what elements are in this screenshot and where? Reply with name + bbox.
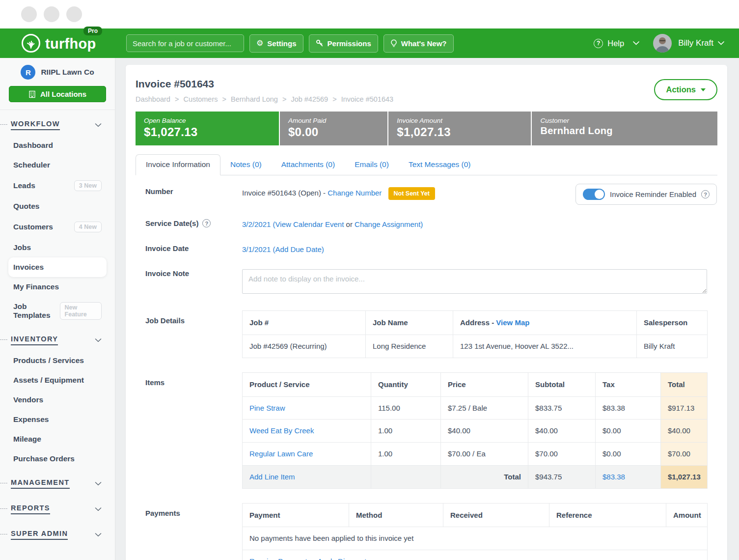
help-menu[interactable]: ? Help bbox=[594, 39, 639, 48]
sidebar-item-invoices[interactable]: Invoices bbox=[8, 257, 107, 277]
item-link[interactable]: Weed Eat By Creek bbox=[249, 426, 314, 435]
actions-button[interactable]: Actions bbox=[654, 79, 717, 100]
all-locations-button[interactable]: All Locations bbox=[9, 86, 106, 102]
item-tax: $83.38 bbox=[596, 396, 661, 420]
permissions-button[interactable]: Permissions bbox=[309, 34, 378, 53]
navbar-right: ? Help Billy Kraft bbox=[594, 34, 739, 53]
breadcrumb-customers[interactable]: Customers bbox=[183, 95, 218, 103]
sidebar-section-inventory[interactable]: INVENTORY bbox=[0, 328, 115, 351]
receive-payment-link[interactable]: Receive Payment bbox=[249, 557, 307, 560]
stat-value: $1,027.13 bbox=[397, 125, 522, 139]
tab-notes[interactable]: Notes (0) bbox=[220, 155, 272, 175]
sidebar-item-quotes[interactable]: Quotes bbox=[0, 196, 115, 216]
sidebar-item-jobs[interactable]: Jobs bbox=[0, 238, 115, 257]
section-label: SUPER ADMIN bbox=[11, 530, 68, 540]
sidebar-section-workflow[interactable]: WORKFLOW bbox=[0, 113, 115, 136]
actions-button-label: Actions bbox=[666, 85, 696, 94]
item-price: $40.00 bbox=[441, 420, 528, 443]
reminder-help-icon[interactable]: ? bbox=[701, 190, 710, 198]
items-total-subtotal: $943.75 bbox=[528, 465, 596, 488]
items-total-label: Total bbox=[441, 465, 528, 488]
breadcrumb-job[interactable]: Job #42569 bbox=[291, 95, 328, 103]
payment-header: Payment bbox=[243, 503, 349, 527]
address-cell: 123 1st Avenue, Hoover AL 3522... bbox=[453, 335, 637, 358]
service-date-link[interactable]: 3/2/2021 ( bbox=[242, 220, 275, 228]
brand-logo[interactable]: turfhop Pro bbox=[0, 33, 116, 54]
invoice-reminder-toggle[interactable] bbox=[583, 189, 605, 200]
tab-text-messages[interactable]: Text Messages (0) bbox=[399, 155, 481, 175]
item-quantity: 1.00 bbox=[371, 420, 441, 443]
tab-invoice-information[interactable]: Invoice Information bbox=[136, 154, 220, 175]
company-name: RIIPL Lawn Co bbox=[41, 68, 94, 77]
settings-button[interactable]: ⚙ Settings bbox=[249, 34, 303, 53]
sidebar-item-my-finances[interactable]: My Finances bbox=[0, 277, 115, 297]
sidebar-item-vendors[interactable]: Vendors bbox=[0, 390, 115, 410]
sidebar-item-customers[interactable]: Customers 4 New bbox=[0, 216, 115, 238]
sidebar-item-label: Vendors bbox=[13, 395, 43, 404]
breadcrumb-customer-name[interactable]: Bernhard Long bbox=[231, 95, 278, 103]
invoice-date-link[interactable]: 3/1/2021 bbox=[242, 245, 271, 253]
view-calendar-event-link[interactable]: View Calendar Event bbox=[275, 220, 344, 228]
sidebar-section-management[interactable]: MANAGEMENT bbox=[0, 472, 115, 494]
item-total: $40.00 bbox=[661, 420, 708, 443]
sidebar-item-mileage[interactable]: Mileage bbox=[0, 429, 115, 449]
user-menu[interactable]: Billy Kraft bbox=[678, 38, 724, 48]
item-link[interactable]: Pine Straw bbox=[249, 404, 285, 412]
sidebar-item-scheduler[interactable]: Scheduler bbox=[0, 155, 115, 175]
window-control-dot-2[interactable] bbox=[44, 6, 59, 22]
settings-button-label: Settings bbox=[267, 39, 296, 48]
sidebar-section-super-admin[interactable]: SUPER ADMIN bbox=[0, 523, 115, 545]
chevron-down-icon bbox=[95, 533, 102, 537]
invoice-date-label: Invoice Date bbox=[145, 243, 242, 252]
company-account[interactable]: R RIIPL Lawn Co bbox=[0, 65, 115, 80]
user-avatar[interactable] bbox=[653, 34, 672, 53]
add-due-date-link[interactable]: (Add Due Date) bbox=[273, 245, 324, 253]
change-number-link[interactable]: Change Number bbox=[328, 189, 382, 197]
stat-label: Invoice Amount bbox=[397, 117, 522, 124]
sidebar-item-products-services[interactable]: Products / Services bbox=[0, 351, 115, 370]
items-grand-total: $1,027.13 bbox=[661, 465, 708, 488]
change-assignment-link[interactable]: Change Assignment bbox=[355, 220, 420, 228]
service-dates-help-icon[interactable]: ? bbox=[202, 219, 211, 227]
stat-label: Open Balance bbox=[144, 117, 271, 124]
view-map-link[interactable]: View Map bbox=[496, 318, 529, 327]
items-header-row: Product / Service Quantity Price Subtota… bbox=[243, 372, 708, 396]
tab-attachments[interactable]: Attachments (0) bbox=[272, 155, 345, 175]
sidebar-item-label: Assets / Equipment bbox=[13, 376, 84, 385]
sidebar-item-expenses[interactable]: Expenses bbox=[0, 410, 115, 429]
chevron-down-icon bbox=[95, 123, 102, 127]
sidebar-item-purchase-orders[interactable]: Purchase Orders bbox=[0, 449, 115, 469]
item-link[interactable]: Regular Lawn Care bbox=[249, 449, 313, 458]
invoice-reminder-box: Invoice Reminder Enabled ? bbox=[575, 184, 717, 205]
add-line-item-link[interactable]: Add Line Item bbox=[249, 473, 295, 481]
salesperson-header: Salesperson bbox=[637, 311, 708, 335]
search-input[interactable] bbox=[126, 34, 244, 52]
lightbulb-icon bbox=[390, 39, 397, 48]
turfhop-logo-icon bbox=[21, 33, 41, 54]
sidebar-item-label: My Finances bbox=[13, 282, 59, 291]
sidebar-item-assets-equipment[interactable]: Assets / Equipment bbox=[0, 370, 115, 390]
sidebar-item-leads[interactable]: Leads 3 New bbox=[0, 175, 115, 196]
sidebar-section-reports[interactable]: REPORTS bbox=[0, 497, 115, 520]
breadcrumb-separator: > bbox=[222, 95, 226, 103]
breadcrumb-dashboard[interactable]: Dashboard bbox=[136, 95, 170, 103]
item-row-pine-straw: Pine Straw 115.00 $7.25 / Bale $833.75 $… bbox=[243, 396, 708, 420]
sidebar-item-label: Leads bbox=[13, 181, 35, 190]
sidebar-item-dashboard[interactable]: Dashboard bbox=[0, 136, 115, 155]
customers-count-badge: 4 New bbox=[74, 222, 102, 232]
tree-dash bbox=[0, 534, 7, 534]
sidebar-item-job-templates[interactable]: Job Templates New Feature bbox=[0, 297, 115, 325]
stat-label: Customer bbox=[540, 117, 709, 124]
brand-name: turfhop bbox=[45, 36, 96, 51]
conjunction-text: or bbox=[309, 557, 316, 560]
tab-emails[interactable]: Emails (0) bbox=[345, 155, 399, 175]
window-control-dot-3[interactable] bbox=[66, 6, 82, 22]
whats-new-button[interactable]: What's New? bbox=[383, 34, 454, 53]
invoice-note-input[interactable] bbox=[242, 269, 707, 294]
items-footer-row: Add Line Item Total $943.75 $83.38 $1,02… bbox=[243, 465, 708, 488]
sidebar-item-label: Dashboard bbox=[13, 141, 53, 150]
items-total-tax-link[interactable]: $83.38 bbox=[602, 473, 625, 481]
window-control-dot-1[interactable] bbox=[21, 6, 37, 22]
quantity-header: Quantity bbox=[371, 372, 441, 396]
apply-discount-link[interactable]: Apply Discount bbox=[317, 557, 366, 560]
